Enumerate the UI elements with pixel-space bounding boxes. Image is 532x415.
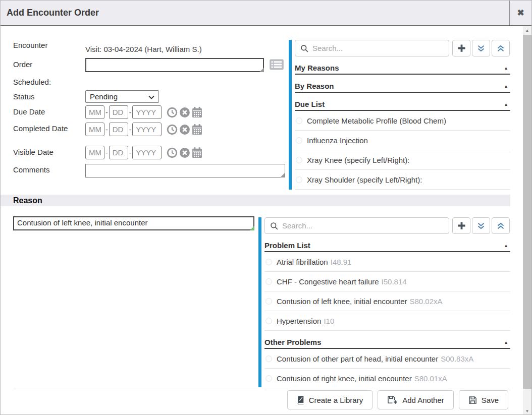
- scroll-down-arrow[interactable]: ▼: [523, 407, 531, 415]
- visible-date-year-input[interactable]: [132, 146, 162, 159]
- list-item[interactable]: Contusion of left knee, initial encounte…: [264, 291, 510, 311]
- double-chevron-up-icon: [497, 222, 505, 230]
- list-item[interactable]: Xray Shoulder (specify Left/Right):: [295, 170, 510, 190]
- scrollbar-thumb[interactable]: [523, 35, 531, 389]
- item-name: Atrial fibrillation: [277, 258, 328, 266]
- close-icon: ✖: [517, 9, 524, 17]
- add-reason-button[interactable]: [452, 40, 470, 56]
- radio-icon[interactable]: [265, 375, 272, 382]
- radio-icon[interactable]: [265, 355, 272, 362]
- item-code: I48.91: [331, 258, 352, 266]
- clear-date-icon[interactable]: [179, 124, 190, 135]
- section-header[interactable]: Other Problems▲: [264, 336, 510, 349]
- expand-all-button[interactable]: [472, 40, 490, 56]
- radio-icon[interactable]: [296, 157, 302, 163]
- section-header[interactable]: Problem List▲: [264, 240, 510, 252]
- due-date-year-input[interactable]: [132, 105, 162, 119]
- clear-date-icon[interactable]: [179, 147, 190, 158]
- save-plus-icon: [387, 395, 398, 404]
- list-item[interactable]: Atrial fibrillationI48.91: [264, 252, 510, 272]
- comments-resize-handle[interactable]: [280, 173, 285, 177]
- section-header[interactable]: Due List▲: [295, 98, 510, 111]
- radio-icon[interactable]: [265, 259, 272, 265]
- item-code: S80.02xA: [410, 297, 443, 306]
- expand-all-button[interactable]: [472, 217, 490, 234]
- save-button[interactable]: Save: [459, 390, 508, 409]
- due-date-day-input[interactable]: [109, 105, 128, 119]
- problems-search-input[interactable]: [265, 218, 449, 233]
- vertical-scrollbar[interactable]: ▲ ▼: [523, 26, 531, 415]
- list-item[interactable]: Complete Metabolic Profile (Blood Chem): [295, 111, 510, 131]
- list-item[interactable]: HypertensionI10: [264, 311, 510, 331]
- visible-date-row: - -: [85, 146, 202, 159]
- section-label: By Reason: [295, 82, 334, 90]
- completed-date-day-input[interactable]: [109, 123, 128, 136]
- collapse-all-button[interactable]: [492, 217, 510, 234]
- close-button[interactable]: ✖: [509, 1, 531, 25]
- add-problem-button[interactable]: [452, 217, 470, 234]
- calendar-icon[interactable]: [192, 106, 202, 118]
- item-code: I10: [324, 317, 334, 325]
- due-date-label: Due Date: [13, 107, 70, 116]
- order-lookup-button[interactable]: [269, 58, 285, 72]
- add-another-button[interactable]: Add Another: [378, 390, 454, 409]
- radio-icon[interactable]: [265, 298, 272, 305]
- list-item[interactable]: CHF - Congestive heart failureI50.814: [264, 272, 510, 291]
- list-item[interactable]: Contusion of right knee, initial encount…: [264, 369, 510, 388]
- date-separator: -: [105, 108, 108, 116]
- collapse-caret-icon[interactable]: ▲: [504, 102, 510, 107]
- reason-input[interactable]: Contusion of left knee, initial encounte…: [13, 216, 254, 230]
- reasons-search-box: [295, 40, 449, 56]
- time-icon[interactable]: [167, 147, 178, 158]
- comments-label: Comments: [13, 165, 70, 174]
- visible-date-month-input[interactable]: [85, 146, 104, 159]
- comments-input[interactable]: [85, 164, 285, 177]
- create-library-button[interactable]: Create a Library: [287, 390, 373, 409]
- completed-date-month-input[interactable]: [85, 123, 104, 136]
- list-item[interactable]: Influenza Injection: [295, 131, 510, 150]
- status-select[interactable]: Pending: [85, 90, 159, 103]
- order-resize-handle[interactable]: [259, 68, 264, 72]
- visible-date-day-input[interactable]: [109, 146, 128, 159]
- dialog-title: Add Encounter Order: [7, 8, 99, 18]
- list-icon: [269, 58, 284, 71]
- radio-icon[interactable]: [265, 278, 272, 285]
- scroll-up-arrow[interactable]: ▲: [523, 26, 531, 35]
- radio-icon[interactable]: [296, 137, 302, 144]
- encounter-label: Encounter: [13, 40, 70, 50]
- item-code: S80.01xA: [414, 374, 447, 383]
- time-icon[interactable]: [167, 124, 178, 135]
- time-icon[interactable]: [167, 107, 178, 118]
- section-header[interactable]: By Reason▲: [295, 80, 510, 93]
- collapse-all-button[interactable]: [492, 40, 510, 56]
- clear-date-icon[interactable]: [179, 107, 190, 118]
- radio-icon[interactable]: [265, 318, 272, 324]
- reasons-toolbar: [295, 40, 510, 56]
- item-name: Influenza Injection: [307, 136, 368, 145]
- section-header[interactable]: My Reasons▲: [295, 62, 510, 75]
- visible-date-label: Visible Date: [13, 147, 70, 157]
- completed-date-year-input[interactable]: [132, 123, 162, 136]
- radio-icon[interactable]: [296, 117, 302, 124]
- collapse-caret-icon[interactable]: ▲: [504, 340, 510, 345]
- item-name: Complete Metabolic Profile (Blood Chem): [307, 116, 446, 125]
- list-item[interactable]: Contusion of other part of head, initial…: [264, 349, 510, 369]
- calendar-icon[interactable]: [192, 124, 202, 135]
- search-icon: [270, 222, 279, 230]
- collapse-caret-icon[interactable]: ▲: [504, 243, 510, 248]
- reasons-search-input[interactable]: [295, 40, 449, 56]
- reason-resize-handle[interactable]: [250, 226, 254, 230]
- collapse-caret-icon[interactable]: ▲: [504, 66, 510, 71]
- radio-icon[interactable]: [296, 176, 302, 183]
- due-date-month-input[interactable]: [85, 105, 104, 119]
- calendar-icon[interactable]: [192, 147, 202, 158]
- reason-section-title: Reason: [13, 196, 42, 205]
- collapse-caret-icon[interactable]: ▲: [504, 84, 510, 89]
- dialog-titlebar: Add Encounter Order ✖: [1, 1, 531, 26]
- item-code: S00.83xA: [441, 354, 473, 363]
- reasons-sections: My Reasons▲By Reason▲Due List▲Complete M…: [295, 62, 510, 190]
- list-item[interactable]: Xray Knee (specify Left/Right):: [295, 150, 510, 170]
- order-input[interactable]: [85, 58, 264, 72]
- item-code: I50.814: [382, 277, 407, 286]
- add-another-label: Add Another: [402, 396, 444, 404]
